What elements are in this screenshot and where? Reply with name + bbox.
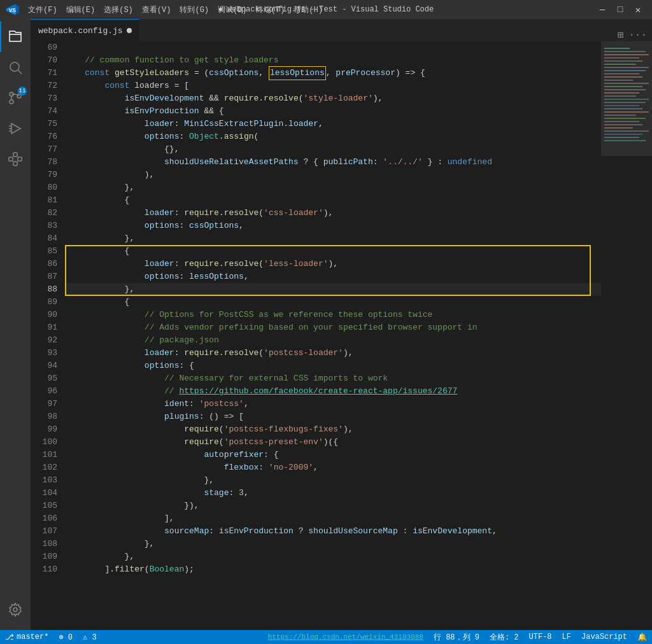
activity-bar-settings[interactable]	[0, 594, 31, 625]
line-number-78: 78	[31, 156, 57, 169]
activity-bar-git[interactable]: 11	[0, 83, 31, 113]
line-number-77: 77	[31, 143, 57, 156]
activity-bar-explorer[interactable]	[0, 22, 31, 52]
warnings-item[interactable]: ⚠ 3	[78, 630, 102, 644]
line-number-100: 100	[31, 436, 57, 449]
svg-rect-11	[9, 157, 13, 161]
tab-bar-actions: ⊞ ···	[618, 29, 652, 41]
line-number-90: 90	[31, 309, 57, 321]
status-bar-right: https://blog.csdn.net/weixin_43103088 行 …	[263, 630, 652, 644]
code-line-83: options: cssOptions,	[65, 220, 601, 232]
code-line-72: const loaders = [	[65, 80, 601, 92]
code-line-88: },	[65, 283, 601, 296]
line-number-88: 88	[31, 283, 57, 296]
line-number-74: 74	[31, 105, 57, 118]
code-line-91: // Adds vendor prefixing based on your s…	[65, 321, 601, 334]
tab-modified-indicator	[127, 28, 132, 33]
code-line-79: ),	[65, 169, 601, 181]
menu-file[interactable]: 文件(F)	[24, 4, 61, 15]
errors-item[interactable]: ⊗ 0	[53, 630, 78, 644]
close-button[interactable]: ✕	[630, 4, 646, 15]
code-line-99: require('postcss-flexbugs-fixes'),	[65, 423, 601, 436]
menu-select[interactable]: 选择(S)	[100, 4, 137, 15]
minimize-button[interactable]: —	[595, 4, 610, 15]
notification-bell-item[interactable]: 🔔	[632, 630, 652, 644]
svg-rect-38	[604, 111, 649, 113]
status-bar: ⎇ master* ⊗ 0 ⚠ 3 https://blog.csdn.net/…	[0, 630, 652, 644]
code-line-92: // package.json	[65, 334, 601, 347]
code-content[interactable]: // common function to get style loaders …	[62, 41, 601, 630]
git-branch-icon: ⎇	[5, 633, 14, 642]
git-branch-item[interactable]: ⎇ master*	[0, 630, 53, 644]
line-number-79: 79	[31, 169, 57, 181]
svg-rect-36	[604, 105, 639, 106]
cursor-position: 行 88，列 9	[434, 632, 479, 643]
activity-bar-debug[interactable]	[0, 113, 31, 144]
editor-tab-webpack[interactable]: webpack.config.js	[31, 19, 139, 41]
status-bar-left: ⎇ master* ⊗ 0 ⚠ 3	[0, 630, 102, 644]
encoding-item[interactable]: UTF-8	[524, 630, 557, 644]
svg-rect-34	[604, 99, 649, 100]
vscode-logo: VS	[6, 3, 19, 16]
line-number-71: 71	[31, 67, 57, 80]
git-badge: 11	[18, 87, 27, 95]
code-line-100: require('postcss-preset-env')({	[65, 436, 601, 449]
code-line-98: plugins: () => [	[65, 410, 601, 423]
menu-view[interactable]: 查看(V)	[138, 4, 175, 15]
title-bar-controls[interactable]: — □ ✕	[595, 4, 646, 15]
code-line-77: {},	[65, 143, 601, 156]
line-number-73: 73	[31, 92, 57, 105]
svg-rect-35	[604, 102, 646, 103]
line-number-76: 76	[31, 130, 57, 143]
editor[interactable]: 69 70 71 72 73 74 75 76 77 78 79 80 81 8…	[31, 41, 652, 630]
code-line-70: // common function to get style loaders	[65, 54, 601, 67]
code-line-69	[65, 41, 601, 54]
line-number-91: 91	[31, 321, 57, 334]
maximize-button[interactable]: □	[613, 4, 628, 15]
code-line-71: const getStyleLoaders = (cssOptions, les…	[65, 67, 601, 80]
editor-area: webpack.config.js ⊞ ··· 69 70 71 72 73 7…	[31, 19, 652, 630]
notification-bell-icon: 🔔	[637, 633, 647, 642]
activity-bar-search[interactable]	[0, 52, 31, 83]
line-number-85: 85	[31, 245, 57, 258]
svg-text:VS: VS	[9, 8, 16, 14]
line-number-104: 104	[31, 487, 57, 500]
cursor-position-item[interactable]: 行 88，列 9	[429, 630, 485, 644]
menu-edit[interactable]: 编辑(E)	[62, 4, 99, 15]
line-number-70: 70	[31, 54, 57, 67]
line-number-94: 94	[31, 360, 57, 372]
minimap[interactable]	[601, 41, 652, 630]
line-number-99: 99	[31, 423, 57, 436]
more-actions-icon[interactable]: ···	[628, 29, 647, 41]
svg-rect-12	[13, 153, 17, 157]
selection-block: { loader: require.resolve('less-loader')…	[65, 245, 601, 296]
less-options-highlight: lessOptions	[269, 66, 326, 80]
line-number-86: 86	[31, 258, 57, 270]
code-line-84: },	[65, 232, 601, 245]
line-number-80: 80	[31, 181, 57, 194]
tab-bar: webpack.config.js ⊞ ···	[31, 19, 652, 41]
svg-rect-45	[604, 134, 642, 135]
line-number-106: 106	[31, 512, 57, 525]
code-line-81: {	[65, 194, 601, 207]
code-line-76: options: Object.assign(	[65, 130, 601, 143]
line-number-81: 81	[31, 194, 57, 207]
line-number-82: 82	[31, 207, 57, 220]
code-line-80: },	[65, 181, 601, 194]
language-item[interactable]: JavaScript	[576, 630, 632, 644]
activity-bar-extensions[interactable]	[0, 144, 31, 174]
indentation-item[interactable]: 全格: 2	[485, 630, 524, 644]
split-editor-icon[interactable]: ⊞	[618, 29, 624, 41]
language: JavaScript	[581, 633, 627, 641]
line-number-107: 107	[31, 525, 57, 538]
git-branch-name: master*	[17, 633, 48, 641]
line-number-93: 93	[31, 347, 57, 360]
code-line-105: }),	[65, 500, 601, 512]
svg-rect-43	[604, 127, 633, 129]
csdn-link[interactable]: https://blog.csdn.net/weixin_43103088	[268, 633, 423, 641]
line-number-98: 98	[31, 410, 57, 423]
csdn-link-item[interactable]: https://blog.csdn.net/weixin_43103088	[263, 630, 429, 644]
line-number-110: 110	[31, 563, 57, 576]
line-ending-item[interactable]: LF	[557, 630, 576, 644]
menu-goto[interactable]: 转到(G)	[176, 4, 213, 15]
